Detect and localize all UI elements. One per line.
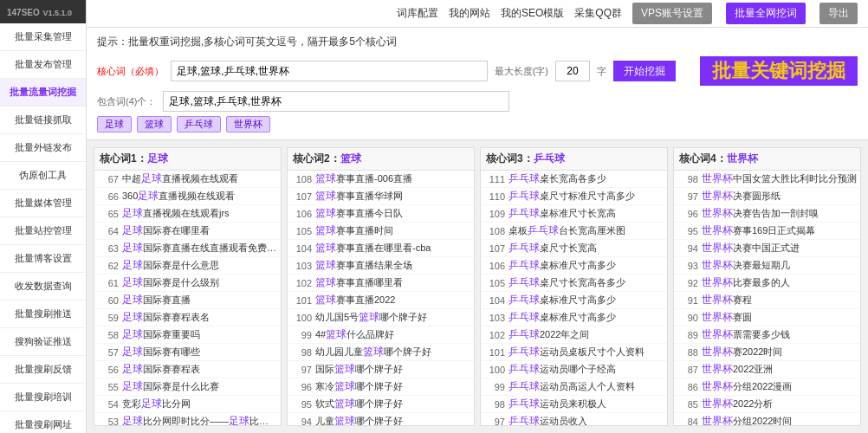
include-input[interactable] [163,91,509,112]
sidebar-item[interactable]: 批量搜刷网址 [0,411,86,433]
keyword-text: 足球国际赛是什么比赛 [122,379,277,394]
header-link[interactable]: 采集QQ群 [574,6,622,21]
keyword-row[interactable]: 103篮球赛事直播结果全场 [288,257,474,275]
keyword-row[interactable]: 108篮球赛事直播-006直播 [288,171,474,188]
keyword-num: 57 [98,347,119,358]
keyword-row[interactable]: 89世界杯票需要多少钱 [674,326,860,344]
keyword-row[interactable]: 106乒乓球桌标准尺寸高多少 [481,257,667,275]
keyword-row[interactable]: 61足球国际赛是什么级别 [94,275,281,292]
keyword-row[interactable]: 107乒乓球桌尺寸长宽高 [481,240,667,257]
keyword-row[interactable]: 93世界杯决赛最短期几 [674,257,860,275]
keyword-row[interactable]: 104篮球赛事直播在哪里看-cba [288,240,474,257]
keyword-row[interactable]: 102篮球赛事直播哪里看 [288,275,474,292]
keyword-row[interactable]: 60足球国际赛直播 [94,292,281,309]
sidebar-item[interactable]: 批量搜刷推送 [0,301,86,328]
sidebar-item[interactable]: 批量媒体管理 [0,190,86,217]
keyword-row[interactable]: 96寒冷篮球哪个牌子好 [288,378,474,396]
sidebar-item[interactable]: 搜狗验证推送 [0,328,86,356]
keyword-row[interactable]: 102乒乓球2022年之间 [481,326,667,344]
batch-all-btn[interactable]: 批量全网挖词 [726,3,806,24]
sidebar-item[interactable]: 收发数据查询 [0,273,86,301]
keyword-tag[interactable]: 篮球 [137,116,172,132]
keyword-row[interactable]: 97世界杯决赛圆形纸 [674,188,860,205]
keyword-tag[interactable]: 足球 [97,116,132,132]
keyword-row[interactable]: 85世界杯2022分析 [674,396,860,413]
keyword-row[interactable]: 62足球国际赛是什么意思 [94,257,281,275]
header-link[interactable]: 我的网站 [449,6,490,21]
keyword-row[interactable]: 64足球国际赛在哪里看 [94,223,281,240]
keyword-row[interactable]: 87世界杯2022亚洲 [674,361,860,378]
keyword-row[interactable]: 56足球国际赛赛程表 [94,361,281,378]
sidebar-item[interactable]: 批量搜刷培训 [0,384,86,411]
keyword-text: 足球国际赛赛程表名 [122,310,277,325]
export-btn[interactable]: 导出 [819,3,858,24]
keyword-row[interactable]: 67中超足球直播视频在线观看 [94,171,281,188]
keyword-tag[interactable]: 乒乓球 [177,116,221,132]
keyword-row[interactable]: 111乒乓球桌长宽高各多少 [481,171,667,188]
keyword-row[interactable]: 101乒乓球运动员桌板尺寸个人资料 [481,344,667,361]
keyword-row[interactable]: 101篮球赛事直播2022 [288,292,474,309]
keyword-row[interactable]: 98乒乓球运动员来积极人 [481,396,667,413]
keyword-row[interactable]: 105篮球赛事直播时间 [288,223,474,240]
keyword-row[interactable]: 104乒乓球桌标准尺寸高多少 [481,292,667,309]
keyword-row[interactable]: 54竞彩足球比分网 [94,396,281,413]
keyword-row[interactable]: 94儿童篮球哪个牌子好 [288,413,474,425]
sidebar-item[interactable]: 批量链接抓取 [0,107,86,134]
keyword-row[interactable]: 63足球国际赛直播在线直播观看免费欧宝 [94,240,281,257]
keyword-text: 幼儿园儿童篮球哪个牌子好 [315,345,470,359]
vps-btn[interactable]: VPS账号设置 [632,3,712,24]
keyword-row[interactable]: 98世界杯中国女篮大胜比利时比分预测 [674,171,860,188]
sidebar-item[interactable]: 批量站控管理 [0,217,86,245]
start-btn[interactable]: 开始挖掘 [613,61,676,81]
keyword-row[interactable]: 96世界杯决赛告告加一剖封嗅 [674,205,860,223]
sidebar-item[interactable]: 批量采集管理 [0,23,86,51]
keyword-row[interactable]: 106篮球赛事直播今日队 [288,205,474,223]
keyword-row[interactable]: 66360足球直播视频在线观看 [94,188,281,205]
keyword-row[interactable]: 97乒乓球运动员收入 [481,413,667,425]
keyword-row[interactable]: 99乒乓球运动员高运人个人资料 [481,378,667,396]
keyword-row[interactable]: 110乒乓球桌尺寸标准尺寸高多少 [481,188,667,205]
keyword-row[interactable]: 109乒乓球桌标准尺寸长宽高 [481,205,667,223]
sidebar-item[interactable]: 批量博客设置 [0,245,86,273]
keyword-row[interactable]: 59足球国际赛赛程表名 [94,309,281,326]
keyword-tag[interactable]: 世界杯 [226,116,270,132]
keyword-row[interactable]: 95软式篮球哪个牌子好 [288,396,474,413]
keyword-row[interactable]: 92世界杯比赛最多的人 [674,275,860,292]
keyword-num: 99 [484,382,505,392]
keyword-row[interactable]: 98幼儿园儿童篮球哪个牌子好 [288,344,474,361]
keyword-text: 乒乓球桌标准尺寸长宽高 [508,206,664,221]
keyword-row[interactable]: 97国际篮球哪个牌子好 [288,361,474,378]
keyword-num: 91 [677,295,698,306]
keyword-row[interactable]: 90世界杯赛圆 [674,309,860,326]
max-len-input[interactable] [555,61,590,81]
keyword-row[interactable]: 65足球直播视频在线观看jrs [94,205,281,223]
sidebar-item[interactable]: 批量发布管理 [0,51,86,79]
keyword-row[interactable]: 94世界杯决赛中国正式进 [674,240,860,257]
keyword-row[interactable]: 994#篮球什么品牌好 [288,326,474,344]
max-len-label: 最大长度(字) [495,65,548,78]
keyword-num: 53 [98,417,119,426]
keyword-row[interactable]: 91世界杯赛程 [674,292,860,309]
keyword-row[interactable]: 95世界杯赛事169日正式揭幕 [674,223,860,240]
sidebar-item[interactable]: 批量外链发布 [0,134,86,162]
keyword-row[interactable]: 55足球国际赛是什么比赛 [94,378,281,396]
header-link[interactable]: 我的SEO模版 [501,6,564,21]
sidebar-item[interactable]: 批量流量词挖掘 [0,79,86,107]
header-link[interactable]: 词库配置 [397,6,438,21]
keyword-row[interactable]: 105乒乓球桌尺寸长宽高各多少 [481,275,667,292]
sidebar-item[interactable]: 伪原创工具 [0,162,86,190]
core-input[interactable] [171,61,488,81]
keyword-row[interactable]: 57足球国际赛有哪些 [94,344,281,361]
keyword-row[interactable]: 103乒乓球桌标准尺寸高多少 [481,309,667,326]
keyword-row[interactable]: 108桌板乒乓球台长宽高厘米图 [481,223,667,240]
keyword-row[interactable]: 100幼儿国5号篮球哪个牌子好 [288,309,474,326]
keyword-row[interactable]: 86世界杯分组2022漫画 [674,378,860,396]
keyword-text: 软式篮球哪个牌子好 [315,397,470,411]
keyword-row[interactable]: 53足球比分网即时比分——足球比赛结果500 [94,413,281,425]
keyword-row[interactable]: 58足球国际赛重要吗 [94,326,281,344]
keyword-row[interactable]: 84世界杯分组2022时间 [674,413,860,425]
keyword-row[interactable]: 100乒乓球运动员哪个子经高 [481,361,667,378]
sidebar-item[interactable]: 批量搜刷反馈 [0,356,86,384]
keyword-row[interactable]: 88世界杯赛2022时间 [674,344,860,361]
keyword-row[interactable]: 107篮球赛事直播华球网 [288,188,474,205]
